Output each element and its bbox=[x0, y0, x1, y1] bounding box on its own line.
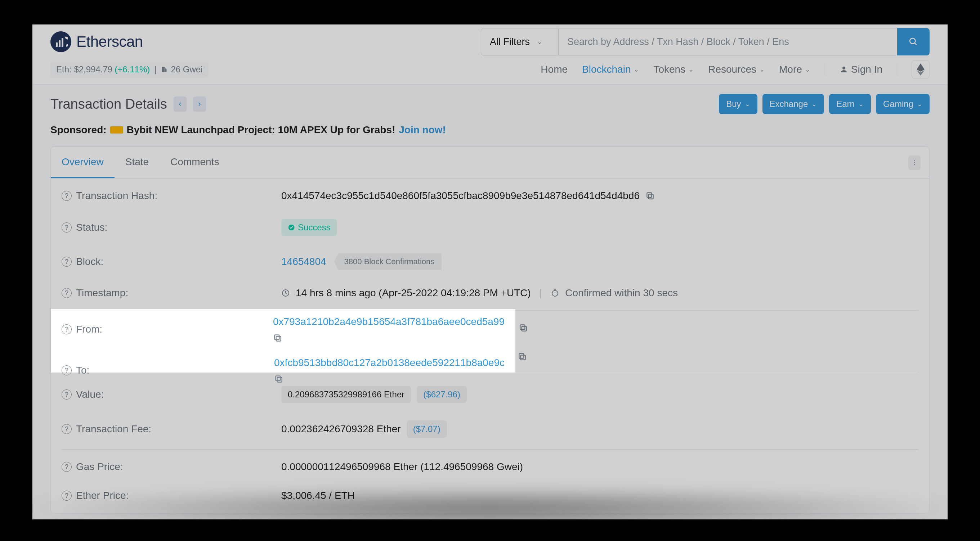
to-address-link-hl[interactable]: 0xfcb9513bbd80c127a2b0138eede592211b8a0e… bbox=[274, 357, 504, 368]
copy-icon[interactable] bbox=[273, 333, 282, 343]
tab-comments[interactable]: Comments bbox=[159, 147, 230, 178]
more-menu-button[interactable]: ⋮ bbox=[908, 155, 921, 170]
help-icon[interactable]: ? bbox=[62, 257, 72, 267]
gas-price-label: Gas Price: bbox=[76, 461, 123, 473]
svg-rect-14 bbox=[519, 354, 524, 358]
fee-label: Transaction Fee: bbox=[76, 423, 151, 435]
svg-rect-17 bbox=[277, 378, 282, 382]
tab-overview[interactable]: Overview bbox=[51, 147, 115, 178]
eth-network-icon[interactable] bbox=[912, 60, 929, 78]
from-address-link-hl[interactable]: 0x793a1210b2a4e9b15654a3f781ba6aee0ced5a… bbox=[273, 316, 504, 328]
chevron-down-icon: ⌄ bbox=[811, 100, 817, 108]
fee-usd: ($7.07) bbox=[407, 420, 447, 438]
svg-rect-16 bbox=[274, 335, 279, 340]
price-pill: Eth: $2,994.79 (+6.11%) | 26 Gwei bbox=[51, 62, 208, 78]
chevron-down-icon: ⌄ bbox=[917, 100, 923, 108]
svg-rect-2 bbox=[62, 38, 64, 47]
eth-label: Eth: bbox=[56, 64, 72, 74]
row-fee: ?Transaction Fee: 0.002362426709328 Ethe… bbox=[62, 412, 918, 446]
exchange-button[interactable]: Exchange⌄ bbox=[762, 94, 824, 114]
search-input[interactable]: Search by Address / Txn Hash / Block / T… bbox=[558, 28, 897, 56]
copy-icon[interactable] bbox=[517, 352, 527, 362]
row-block: ?Block: 14654804 3800 Block Confirmation… bbox=[62, 245, 918, 279]
svg-rect-12 bbox=[520, 325, 525, 329]
copy-icon[interactable] bbox=[274, 374, 283, 384]
nav-menu: Home Blockchain⌄ Tokens⌄ Resources⌄ More… bbox=[541, 60, 929, 78]
tx-hash-value: 0x414574ec3c955c1d540e860f5fa3055cfbac89… bbox=[281, 190, 640, 201]
nav-sign-in[interactable]: Sign In bbox=[840, 64, 882, 75]
svg-rect-0 bbox=[56, 43, 57, 47]
search-placeholder: Search by Address / Txn Hash / Block / T… bbox=[567, 36, 789, 48]
etherscan-logo-icon bbox=[51, 31, 71, 52]
sponsored-link[interactable]: Join now! bbox=[399, 124, 446, 136]
ethereum-icon bbox=[916, 63, 924, 76]
prev-tx-button[interactable]: ‹ bbox=[173, 97, 186, 111]
gas-value: 26 Gwei bbox=[171, 64, 202, 75]
svg-rect-7 bbox=[647, 193, 652, 197]
chevron-down-icon: ⌄ bbox=[858, 100, 864, 108]
help-icon[interactable]: ? bbox=[62, 288, 72, 298]
sponsor-logo-icon bbox=[110, 126, 123, 133]
earn-button[interactable]: Earn⌄ bbox=[829, 94, 871, 114]
eth-change: (+6.11%) bbox=[115, 64, 150, 75]
nav-home[interactable]: Home bbox=[541, 64, 568, 75]
shadow-decoration bbox=[11, 487, 969, 519]
copy-icon[interactable] bbox=[519, 323, 528, 333]
timestamp-confirmed: Confirmed within 30 secs bbox=[565, 287, 678, 299]
chevron-down-icon: ⌄ bbox=[805, 65, 810, 73]
help-icon[interactable]: ? bbox=[62, 389, 72, 400]
help-icon[interactable]: ? bbox=[62, 462, 72, 472]
status-label: Status: bbox=[76, 222, 107, 233]
logo[interactable]: Etherscan bbox=[51, 31, 143, 52]
check-circle-icon bbox=[288, 224, 295, 231]
filter-dropdown[interactable]: All Filters ⌄ bbox=[481, 28, 558, 56]
svg-rect-1 bbox=[59, 40, 60, 47]
logo-text: Etherscan bbox=[76, 33, 143, 51]
svg-rect-6 bbox=[649, 194, 653, 199]
chevron-down-icon: ⌄ bbox=[745, 100, 750, 108]
svg-rect-13 bbox=[521, 355, 525, 360]
search-bar: All Filters ⌄ Search by Address / Txn Ha… bbox=[481, 28, 929, 56]
row-timestamp: ?Timestamp: 14 hrs 8 mins ago (Apr-25-20… bbox=[62, 279, 918, 308]
page-title: Transaction Details bbox=[51, 97, 167, 112]
filter-label: All Filters bbox=[490, 36, 530, 48]
next-tx-button[interactable]: › bbox=[193, 97, 206, 111]
buy-button[interactable]: Buy⌄ bbox=[719, 94, 757, 114]
highlight-region: ?From: 0x793a1210b2a4e9b15654a3f781ba6ae… bbox=[51, 309, 515, 373]
timestamp-value: 14 hrs 8 mins ago (Apr-25-2022 04:19:28 … bbox=[296, 287, 531, 299]
help-icon[interactable]: ? bbox=[62, 365, 72, 375]
svg-rect-11 bbox=[522, 327, 527, 331]
nav-tokens[interactable]: Tokens⌄ bbox=[653, 64, 694, 75]
help-icon[interactable]: ? bbox=[62, 324, 72, 335]
gas-icon bbox=[161, 65, 169, 73]
stopwatch-icon bbox=[551, 289, 559, 297]
svg-point-3 bbox=[910, 38, 915, 44]
nav-blockchain[interactable]: Blockchain⌄ bbox=[582, 64, 639, 75]
tab-state[interactable]: State bbox=[115, 147, 159, 178]
chevron-down-icon: ⌄ bbox=[537, 38, 542, 46]
help-icon[interactable]: ? bbox=[62, 424, 72, 434]
row-status: ?Status: Success bbox=[62, 210, 918, 245]
row-tx-hash: ?Transaction Hash: 0x414574ec3c955c1d540… bbox=[62, 181, 918, 210]
fee-eth: 0.002362426709328 Ether bbox=[281, 423, 401, 435]
block-link[interactable]: 14654804 bbox=[281, 256, 326, 267]
nav-more[interactable]: More⌄ bbox=[779, 64, 810, 75]
nav-resources[interactable]: Resources⌄ bbox=[708, 64, 765, 75]
help-icon[interactable]: ? bbox=[62, 191, 72, 201]
svg-point-5 bbox=[842, 67, 845, 70]
gaming-button[interactable]: Gaming⌄ bbox=[876, 94, 929, 114]
to-label-hl: To: bbox=[76, 365, 89, 376]
help-icon[interactable]: ? bbox=[62, 222, 72, 233]
row-gas-price: ?Gas Price: 0.000000112496509968 Ether (… bbox=[62, 449, 918, 481]
sponsored-text: Bybit NEW Launchpad Project: 10M APEX Up… bbox=[127, 124, 395, 136]
svg-line-4 bbox=[915, 43, 916, 44]
copy-icon[interactable] bbox=[646, 191, 655, 200]
clock-icon bbox=[281, 289, 290, 297]
sponsored-label: Sponsored: bbox=[51, 124, 107, 136]
main-content: Transaction Details ‹ › Buy⌄ Exchange⌄ E… bbox=[32, 84, 948, 519]
sub-bar: Eth: $2,994.79 (+6.11%) | 26 Gwei Home B… bbox=[32, 56, 948, 84]
block-confirmations: 3800 Block Confirmations bbox=[334, 254, 442, 270]
gas-price-value: 0.000000112496509968 Ether (112.49650996… bbox=[281, 461, 523, 473]
eth-price: $2,994.79 bbox=[74, 64, 112, 74]
search-button[interactable] bbox=[897, 28, 929, 56]
